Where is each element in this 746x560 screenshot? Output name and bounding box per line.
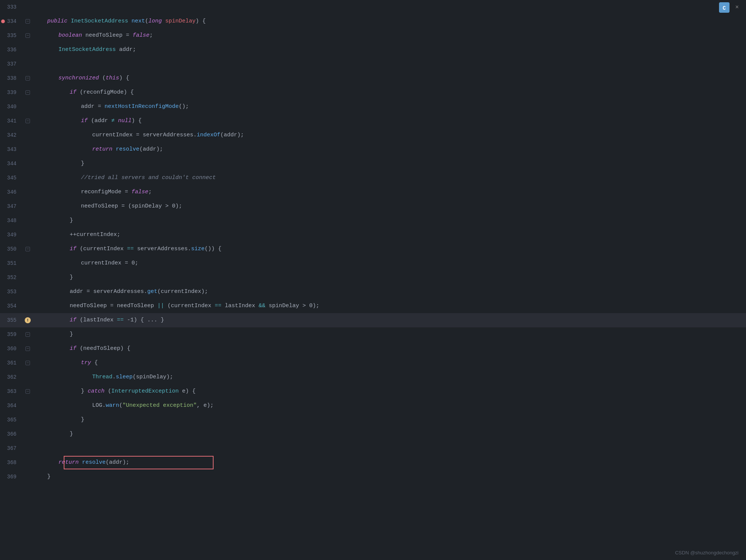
line-number: 352	[0, 275, 22, 281]
fold-indicator[interactable]: −	[25, 332, 30, 337]
code-line: 351currentIndex = 0;	[0, 256, 746, 270]
fold-indicator[interactable]: −	[25, 19, 30, 24]
code-line: 361−try {	[0, 356, 746, 370]
code-content: }	[33, 470, 746, 484]
line-number: 338	[0, 75, 22, 81]
code-line: 338−synchronized (this) {	[0, 71, 746, 85]
line-number: 343	[0, 146, 22, 152]
line-number: 334	[0, 18, 22, 24]
code-content: reconfigMode = false;	[33, 185, 746, 199]
line-number: 365	[0, 417, 22, 423]
line-number: 359	[0, 332, 22, 337]
code-content: LOG.warn("Unexpected exception", e);	[33, 399, 746, 413]
gutter-cell: −	[22, 389, 33, 394]
code-content: if (addr ≠ null) {	[33, 114, 746, 128]
top-bar: C ×	[715, 0, 746, 15]
code-content: if (reconfigMode) {	[33, 85, 746, 100]
line-number: 364	[0, 403, 22, 409]
fold-indicator[interactable]: −	[25, 389, 30, 394]
gutter-cell: −	[22, 361, 33, 365]
code-content: }	[33, 270, 746, 285]
code-line: 333	[0, 0, 746, 14]
code-line: 342currentIndex = serverAddresses.indexO…	[0, 128, 746, 142]
code-content: return resolve(addr);	[33, 455, 746, 470]
code-content: return resolve(addr);	[33, 142, 746, 157]
debug-dot	[1, 19, 5, 23]
code-line: 344}	[0, 157, 746, 171]
fold-indicator[interactable]: −	[25, 90, 30, 95]
fold-indicator[interactable]: −	[25, 119, 30, 123]
code-line: 339−if (reconfigMode) {	[0, 85, 746, 100]
code-line: 346reconfigMode = false;	[0, 185, 746, 199]
line-number: 350	[0, 246, 22, 252]
code-content: ++currentIndex;	[33, 228, 746, 242]
code-line: 362Thread.sleep(spinDelay);	[0, 370, 746, 384]
code-line: 337	[0, 57, 746, 71]
code-line: 360−if (needToSleep) {	[0, 342, 746, 356]
close-button[interactable]: ×	[733, 3, 742, 12]
code-line: 366}	[0, 427, 746, 441]
svg-text:C: C	[723, 5, 726, 11]
line-number: 339	[0, 90, 22, 96]
code-content: Thread.sleep(spinDelay);	[33, 370, 746, 384]
line-number: 351	[0, 260, 22, 266]
code-content: synchronized (this) {	[33, 71, 746, 85]
code-content: InetSocketAddress addr;	[33, 43, 746, 57]
gutter-cell: !	[22, 317, 33, 323]
fold-indicator[interactable]: −	[25, 247, 30, 251]
code-line: 369}	[0, 470, 746, 484]
code-line: 359−}	[0, 327, 746, 342]
fold-indicator[interactable]: −	[25, 76, 30, 81]
code-line: 352}	[0, 270, 746, 285]
code-content: addr = nextHostInReconfigMode();	[33, 100, 746, 114]
code-line: 363−} catch (InterruptedException e) {	[0, 384, 746, 399]
line-number: 348	[0, 218, 22, 224]
line-number: 337	[0, 61, 22, 67]
line-number: 353	[0, 289, 22, 295]
line-number: 344	[0, 161, 22, 167]
line-number: 346	[0, 189, 22, 195]
warning-icon: !	[25, 317, 31, 323]
code-line: 350−if (currentIndex == serverAddresses.…	[0, 242, 746, 256]
line-number: 341	[0, 118, 22, 124]
line-number: 361	[0, 360, 22, 366]
line-number: 367	[0, 445, 22, 451]
code-content: }	[33, 427, 746, 441]
code-line: 355!if (lastIndex == -1) { ... }	[0, 313, 746, 327]
gutter-cell: −	[22, 119, 33, 123]
code-content: if (currentIndex == serverAddresses.size…	[33, 242, 746, 256]
line-number: 354	[0, 303, 22, 309]
code-area: 333334−public InetSocketAddress next(lon…	[0, 0, 746, 560]
code-content: addr = serverAddresses.get(currentIndex)…	[33, 285, 746, 299]
code-content: needToSleep = needToSleep || (currentInd…	[33, 299, 746, 313]
code-content: if (lastIndex == -1) { ... }	[33, 313, 746, 327]
code-line: 335−boolean needToSleep = false;	[0, 28, 746, 43]
gutter-cell: −	[22, 346, 33, 351]
code-content: currentIndex = 0;	[33, 256, 746, 270]
fold-indicator[interactable]: −	[25, 361, 30, 365]
fold-indicator[interactable]: −	[25, 346, 30, 351]
code-line: 336InetSocketAddress addr;	[0, 43, 746, 57]
code-content: public InetSocketAddress next(long spinD…	[33, 14, 746, 28]
line-number: 335	[0, 33, 22, 39]
line-number: 340	[0, 104, 22, 110]
gutter-cell: −	[22, 90, 33, 95]
line-number: 349	[0, 232, 22, 238]
line-number: 363	[0, 388, 22, 394]
code-line: 348}	[0, 214, 746, 228]
gutter-cell: −	[22, 332, 33, 337]
fold-indicator[interactable]: −	[25, 33, 30, 38]
code-line: 353addr = serverAddresses.get(currentInd…	[0, 285, 746, 299]
code-line: 343return resolve(addr);	[0, 142, 746, 157]
code-content: needToSleep = (spinDelay > 0);	[33, 199, 746, 214]
code-line: 347needToSleep = (spinDelay > 0);	[0, 199, 746, 214]
code-line: 365}	[0, 413, 746, 427]
line-number: 366	[0, 431, 22, 437]
code-line: 340addr = nextHostInReconfigMode();	[0, 100, 746, 114]
watermark: CSDN @shuzhongdechongzi	[675, 550, 739, 556]
code-line: 341−if (addr ≠ null) {	[0, 114, 746, 128]
code-content: }	[33, 214, 746, 228]
line-number: 368	[0, 460, 22, 466]
code-line: 354needToSleep = needToSleep || (current…	[0, 299, 746, 313]
code-content: } catch (InterruptedException e) {	[33, 384, 746, 399]
